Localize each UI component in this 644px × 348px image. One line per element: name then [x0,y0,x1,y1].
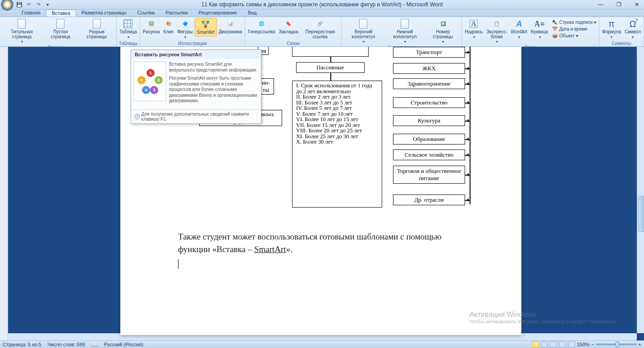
box-right-0: Транспорт [393,47,465,58]
group-label: Иллюстрации [141,41,244,46]
vertical-ruler[interactable] [0,47,8,340]
label: Номер страницы [427,30,459,39]
box-passive: Пассивные [296,62,365,73]
group-pages: Титульная страница Пустая страница Разры… [0,17,117,46]
close-button[interactable]: ✕ [632,1,641,8]
label: Рисунок [143,30,160,35]
label: Верхний колонтитул [344,30,383,39]
pagenum-button[interactable]: #️⃣Номер страницы [425,18,461,45]
box-right-6: Сельское хозяйство [393,149,465,160]
date-time-button[interactable]: 📅Дата и время [552,26,596,32]
smartart-button[interactable]: SmartArt [195,18,217,36]
qat-dropdown-icon[interactable]: ▾ [45,1,51,8]
cover-page-button[interactable]: Титульная страница [1,18,43,45]
maximize-button[interactable]: ❐ [614,1,623,8]
tooltip-preview-image: 12345 [134,62,166,101]
tab-review[interactable]: Рецензирование [193,9,242,17]
box-right-8: Др. отрасли [393,194,465,205]
minimize-button[interactable]: — [596,1,605,8]
label: Нижний колонтитул [386,30,423,39]
blank-page-button[interactable]: Пустая страница [43,18,78,40]
tooltip-footer: ? Для получения дополнительных сведений … [131,109,261,123]
equation-button[interactable]: πФормула [600,18,623,40]
label: Клип [164,30,174,35]
label: Символ [625,30,641,35]
group-label: Связи [246,41,340,46]
ribbon: ? Титульная страница Пустая страница Раз… [0,17,644,47]
view-outline[interactable] [559,341,566,348]
clipart-button[interactable]: 🎨Клип [162,18,176,36]
table-button[interactable]: Таблица [118,18,139,40]
scroll-thumb[interactable] [638,196,644,232]
hyperlink-button[interactable]: 🌐Гиперссылка [246,18,277,36]
view-fullscreen[interactable] [541,341,548,348]
label: Объект [559,33,575,38]
quickparts-button[interactable]: 📋Экспресс-блоки [484,18,509,45]
svg-rect-0 [202,21,205,23]
box-right-7: Торговля и общественное питание [393,166,465,184]
group-label: Таблицы [118,41,139,46]
tab-home[interactable]: Главная [16,9,46,17]
shapes-button[interactable]: 🔷Фигуры [175,18,194,40]
label: Перекрестная ссылка [302,30,338,39]
undo-icon[interactable]: ↶ [26,1,32,8]
page-break-button[interactable]: Разрыв страницы [78,18,115,40]
vertical-scrollbar[interactable] [637,47,644,333]
signature-line-button[interactable]: ✒️Строка подписи ▾ [552,19,596,25]
spellcheck-icon[interactable]: 📖 [91,342,98,348]
status-words[interactable]: Число слов: 599 [48,342,85,347]
ribbon-tabs: Главная Вставка Разметка страницы Ссылки… [0,9,644,17]
save-icon[interactable]: 💾 [16,1,23,8]
box-right-3: Строительство [393,97,465,108]
zoom-out-button[interactable]: − [591,342,594,347]
view-web[interactable] [550,341,557,348]
chart-button[interactable]: 📊Диаграмма [217,18,244,36]
status-page[interactable]: Страница: 5 из 5 [3,342,41,347]
dropcap-button[interactable]: A≡Буквица [529,18,550,40]
label: Разрыв страницы [80,30,114,39]
tab-mailings[interactable]: Рассылки [160,9,193,17]
view-draft[interactable] [568,341,575,348]
box-center: I. Срок использования от 1 года до 2 лет… [292,81,382,208]
group-text: AНадпись 📋Экспресс-блоки AWordArt A≡Букв… [462,17,599,46]
textbox-button[interactable]: AНадпись [463,18,484,40]
group-links: 🌐Гиперссылка 🔖Закладка 🔗Перекрестная ссы… [245,17,342,46]
redo-icon[interactable]: ↷ [35,1,41,8]
tooltip-description: Вставка рисунка SmartArt для визуального… [169,62,258,107]
box-right-1: ЖКХ [393,63,465,74]
tooltip-title: Вставить рисунок SmartArt [131,50,261,59]
box-top-passive-frame [292,47,369,57]
zoom-level[interactable]: 150% [577,342,589,347]
object-button[interactable]: 📦Объект ▾ [552,32,596,39]
status-language[interactable]: Русский (Россия) [104,342,143,347]
status-bar: Страница: 5 из 5 Число слов: 599 📖 Русск… [0,340,644,348]
label: WordArt [511,30,528,35]
picture-button[interactable]: 🖼️Рисунок [141,18,162,36]
label: Буквица [531,30,548,35]
header-button[interactable]: Верхний колонтитул [343,18,384,45]
label: Гиперссылка [248,30,275,35]
label: Дата и время [559,27,587,32]
zoom-in-button[interactable]: + [639,342,641,347]
crossref-button[interactable]: 🔗Перекрестная ссылка [300,18,340,40]
zoom-slider[interactable] [596,343,637,345]
label: Диаграмма [219,30,242,35]
bookmark-button[interactable]: 🔖Закладка [277,18,300,36]
svg-rect-1 [206,21,209,23]
view-print-layout[interactable] [532,341,539,348]
help-icon[interactable]: ? [635,18,641,24]
footer-button[interactable]: Нижний колонтитул [384,18,425,45]
tab-insert[interactable]: Вставка [46,9,76,17]
tab-pagelayout[interactable]: Разметка страницы [76,9,132,17]
document-area: Вставить рисунок SmartArt 12345 Вставка … [0,47,644,340]
ruler-toggle[interactable] [637,47,644,54]
tab-view[interactable]: Вид [242,9,262,17]
group-label: Символы [600,41,643,46]
label: Формула [602,30,621,35]
connector-line [470,47,470,204]
office-button[interactable] [1,0,14,11]
wordart-button[interactable]: AWordArt [509,18,530,40]
tab-references[interactable]: Ссылки [132,9,160,17]
label: Фигуры [177,30,192,35]
box-right-2: Здравоохранение [393,78,465,89]
